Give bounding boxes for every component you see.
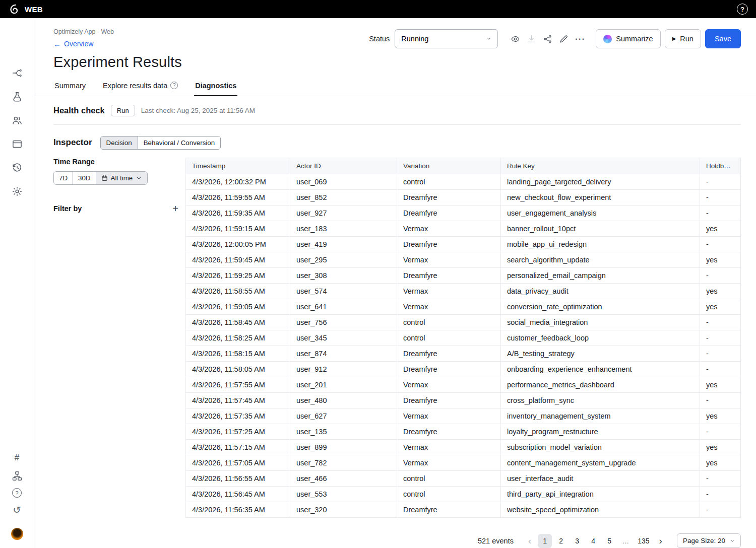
status-value: Running	[401, 35, 428, 43]
edit-button[interactable]	[555, 30, 572, 48]
table-cell: user_927	[290, 205, 397, 221]
table-cell: Dreamfyre	[397, 205, 501, 221]
avatar[interactable]	[11, 528, 23, 540]
table-cell: user_852	[290, 189, 397, 205]
table-row: 4/3/2026, 11:58:45 AMuser_756controlsoci…	[186, 314, 741, 330]
summarize-label: Summarize	[616, 35, 653, 43]
page-button[interactable]: 135	[635, 534, 652, 548]
sidebar-item-undo[interactable]: ↺	[11, 503, 24, 516]
table-row: 4/3/2026, 12:00:05 PMuser_419Dreamfyremo…	[186, 236, 741, 252]
page-button[interactable]: 2	[554, 534, 568, 548]
filter-by-section: Filter by +	[53, 203, 180, 214]
more-actions-button[interactable]: ⋯	[572, 30, 588, 48]
table-cell: -	[700, 392, 741, 408]
table-cell: Vermax	[397, 283, 501, 299]
table-cell: mobile_app_ui_redesign	[501, 236, 700, 252]
table-row: 4/3/2026, 12:00:32 PMuser_069controlland…	[186, 174, 741, 189]
sidebar-item-audiences[interactable]	[11, 114, 24, 127]
sidebar: # ? ↺	[0, 18, 34, 548]
time-range-label: Time Range	[53, 158, 180, 166]
table-cell: yes	[700, 455, 741, 470]
pencil-icon	[559, 34, 569, 44]
health-check-run-button[interactable]: Run	[111, 105, 135, 116]
table-row: 4/3/2026, 11:59:25 AMuser_308Dreamfyrepe…	[186, 267, 741, 283]
table-cell: control	[397, 314, 501, 330]
table-body: 4/3/2026, 12:00:32 PMuser_069controlland…	[186, 174, 741, 517]
tab-explore-results-data[interactable]: Explore results data ?	[102, 77, 179, 96]
back-link-label: Overview	[64, 40, 93, 48]
table-cell: 4/3/2026, 11:57:35 AM	[186, 408, 290, 424]
table-cell: 4/3/2026, 11:57:15 AM	[186, 439, 290, 455]
sidebar-item-hierarchy[interactable]	[11, 469, 24, 483]
table-cell: A/B_testing_strategy	[501, 346, 700, 361]
table-cell: yes	[700, 221, 741, 236]
overview-back-link[interactable]: ← Overview	[53, 40, 93, 48]
table-cell: social_media_integration	[501, 314, 700, 330]
sidebar-bottom: # ? ↺	[11, 451, 24, 540]
run-button[interactable]: ▶ Run	[665, 29, 701, 48]
table-cell: -	[700, 267, 741, 283]
table-cell: 4/3/2026, 11:58:55 AM	[186, 283, 290, 299]
page-size-select[interactable]: Page Size: 20	[677, 533, 741, 548]
flags-icon	[12, 67, 23, 79]
events-table-container: Timestamp Actor ID Variation Rule Key Ho…	[185, 158, 741, 518]
table-cell: subscription_model_variation	[501, 439, 700, 455]
table-cell: user_engagement_analysis	[501, 205, 700, 221]
column-header-timestamp: Timestamp	[186, 158, 290, 174]
tab-summary[interactable]: Summary	[53, 77, 87, 96]
page-button[interactable]: 1	[538, 534, 552, 548]
table-cell: 4/3/2026, 11:59:35 AM	[186, 205, 290, 221]
range-30d-button[interactable]: 30D	[73, 172, 95, 184]
add-filter-button[interactable]: +	[170, 203, 180, 214]
next-page-button[interactable]: ›	[656, 536, 666, 545]
table-cell: website_speed_optimization	[501, 502, 700, 517]
table-cell: 4/3/2026, 11:56:45 AM	[186, 486, 290, 502]
table-cell: yes	[700, 283, 741, 299]
share-icon	[543, 34, 552, 44]
table-row: 4/3/2026, 11:59:05 AMuser_641Vermaxconve…	[186, 299, 741, 314]
sidebar-item-hash[interactable]: #	[11, 451, 24, 464]
share-button[interactable]	[539, 30, 555, 48]
sidebar-item-settings[interactable]	[11, 185, 24, 198]
topbar: WEB ?	[0, 0, 756, 18]
mode-decision[interactable]: Decision	[101, 136, 138, 149]
sidebar-item-experiments[interactable]	[11, 90, 24, 103]
range-7d-button[interactable]: 7D	[54, 172, 73, 184]
table-row: 4/3/2026, 11:56:35 AMuser_320Dreamfyrewe…	[186, 502, 741, 517]
table-cell: control	[397, 174, 501, 189]
page-button[interactable]: 5	[602, 534, 616, 548]
page-button[interactable]: 4	[586, 534, 600, 548]
table-row: 4/3/2026, 11:57:45 AMuser_480Dreamfyrecr…	[186, 392, 741, 408]
table-row: 4/3/2026, 11:59:45 AMuser_295Vermaxsearc…	[186, 252, 741, 267]
page-button[interactable]: 3	[570, 534, 584, 548]
table-cell: 4/3/2026, 11:56:35 AM	[186, 502, 290, 517]
chevron-right-icon: ›	[659, 535, 662, 546]
table-cell: -	[700, 361, 741, 377]
save-button[interactable]: Save	[705, 29, 741, 48]
sidebar-item-history[interactable]	[11, 161, 24, 174]
table-cell: Vermax	[397, 252, 501, 267]
table-cell: 4/3/2026, 11:59:55 AM	[186, 189, 290, 205]
summarize-button[interactable]: Summarize	[596, 29, 660, 48]
download-button[interactable]	[523, 30, 539, 48]
table-cell: 4/3/2026, 11:59:05 AM	[186, 299, 290, 314]
previous-page-button[interactable]: ‹	[525, 536, 535, 545]
table-cell: -	[700, 346, 741, 361]
health-check-title: Health check	[53, 106, 105, 115]
events-count: 521 events	[478, 537, 514, 545]
preview-button[interactable]	[507, 30, 523, 48]
mode-behavioral-conversion[interactable]: Behavioral / Conversion	[138, 136, 221, 149]
range-label: All time	[111, 174, 133, 182]
table-header-row: Timestamp Actor ID Variation Rule Key Ho…	[186, 158, 741, 174]
time-range-group: 7D 30D All time	[53, 171, 148, 185]
status-select[interactable]: Running	[395, 29, 498, 48]
help-button[interactable]: ?	[737, 4, 748, 15]
tab-diagnostics[interactable]: Diagnostics	[194, 77, 237, 96]
range-all-time-button[interactable]: All time	[96, 172, 148, 184]
sidebar-item-pages[interactable]	[11, 138, 24, 151]
tab-label: Diagnostics	[195, 82, 236, 90]
sidebar-item-help[interactable]: ?	[12, 488, 22, 498]
table-row: 4/3/2026, 11:56:45 AMuser_553controlthir…	[186, 486, 741, 502]
sidebar-item-flags[interactable]	[11, 66, 24, 80]
table-cell: Dreamfyre	[397, 502, 501, 517]
